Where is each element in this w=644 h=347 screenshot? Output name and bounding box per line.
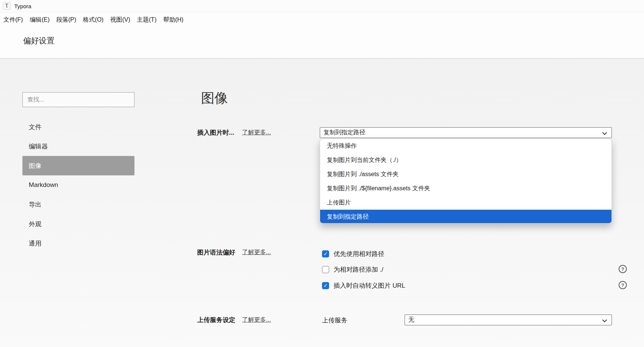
menu-file[interactable]: 文件(F) [3, 15, 23, 25]
sidebar-item-appearance[interactable]: 外观 [22, 214, 134, 234]
add-dot-slash-row[interactable]: ✓ 为相对路径添加 ./ [322, 265, 383, 274]
sidebar-item-image[interactable]: 图像 [22, 156, 134, 175]
image-syntax-label: 图片语法偏好 [197, 248, 235, 257]
upload-service-learn-more-link[interactable]: 了解更多... [242, 316, 271, 324]
menu-edit[interactable]: 编辑(E) [29, 15, 50, 25]
sidebar-item-file[interactable]: 文件 [22, 117, 134, 137]
preferences-heading: 偏好设置 [23, 35, 55, 46]
prefer-relative-path-label[interactable]: 优先使用相对路径 [334, 250, 384, 258]
typora-preferences-window: T Typora 文件(F) 编辑(E) 段落(P) 格式(O) 视图(V) 主… [0, 0, 644, 347]
upload-service-select-value: 无 [408, 316, 414, 324]
menu-help[interactable]: 帮助(H) [163, 15, 184, 25]
settings-sidebar: 文件 编辑器 图像 Markdown 导出 外观 通用 [22, 117, 134, 253]
menubar: 文件(F) 编辑(E) 段落(P) 格式(O) 视图(V) 主题(T) 帮助(H… [0, 13, 644, 27]
checkmark-icon: ✓ [323, 283, 328, 288]
insert-image-dropdown-list: 无特殊操作 复制图片到当前文件夹（./） 复制图片到 ./assets 文件夹 … [320, 138, 612, 223]
add-dot-slash-checkbox[interactable]: ✓ [322, 266, 329, 273]
chevron-down-icon [602, 318, 607, 322]
dropdown-option-copy-assets-folder[interactable]: 复制图片到 ./assets 文件夹 [320, 167, 612, 181]
insert-image-learn-more-link[interactable]: 了解更多... [242, 129, 271, 137]
escape-image-url-label[interactable]: 插入时自动转义图片 URL [334, 281, 405, 290]
insert-image-select-value: 复制到指定路径 [323, 129, 365, 137]
insert-image-label: 插入图片时... [197, 128, 234, 137]
sidebar-item-export[interactable]: 导出 [22, 195, 134, 214]
page-title: 图像 [201, 89, 228, 107]
prefer-relative-path-row[interactable]: ✓ 优先使用相对路径 [322, 249, 384, 258]
prefer-relative-path-checkbox[interactable]: ✓ [322, 250, 329, 257]
menu-view[interactable]: 视图(V) [110, 15, 130, 25]
image-syntax-learn-more-link[interactable]: 了解更多... [242, 248, 271, 256]
dropdown-option-copy-filename-assets-folder[interactable]: 复制图片到 ./${filename}.assets 文件夹 [320, 181, 612, 196]
app-icon-letter: T [5, 3, 9, 9]
add-dot-slash-label[interactable]: 为相对路径添加 ./ [334, 265, 383, 274]
checkmark-icon: ✓ [323, 251, 328, 256]
chevron-down-icon [602, 130, 607, 135]
menu-paragraph[interactable]: 段落(P) [56, 15, 77, 25]
dropdown-option-copy-to-custom-path[interactable]: 复制到指定路径 [320, 210, 612, 223]
escape-image-url-checkbox[interactable]: ✓ [322, 282, 329, 289]
dropdown-option-upload-image[interactable]: 上传图片 [320, 196, 612, 210]
typora-logo-icon: T [3, 2, 10, 10]
menu-format[interactable]: 格式(O) [83, 15, 104, 25]
help-icon-escape-url[interactable]: ? [619, 281, 627, 289]
upload-service-select[interactable]: 无 [405, 315, 612, 325]
menu-theme[interactable]: 主题(T) [137, 15, 157, 25]
dropdown-option-copy-current-folder[interactable]: 复制图片到当前文件夹（./） [320, 153, 612, 167]
upload-service-settings-label: 上传服务设定 [197, 316, 235, 324]
dropdown-option-no-action[interactable]: 无特殊操作 [320, 139, 612, 153]
sidebar-item-editor[interactable]: 编辑器 [22, 137, 134, 156]
titlebar: T Typora [0, 0, 644, 12]
insert-image-select[interactable]: 复制到指定路径 [320, 127, 612, 138]
sidebar-item-markdown[interactable]: Markdown [22, 175, 134, 195]
window-title: Typora [14, 3, 31, 9]
sidebar-item-general[interactable]: 通用 [22, 234, 134, 253]
upload-service-field-label: 上传服务 [322, 316, 347, 325]
search-input[interactable] [22, 92, 134, 107]
help-icon-add-dot-slash[interactable]: ? [619, 265, 627, 273]
escape-image-url-row[interactable]: ✓ 插入时自动转义图片 URL [322, 281, 405, 290]
